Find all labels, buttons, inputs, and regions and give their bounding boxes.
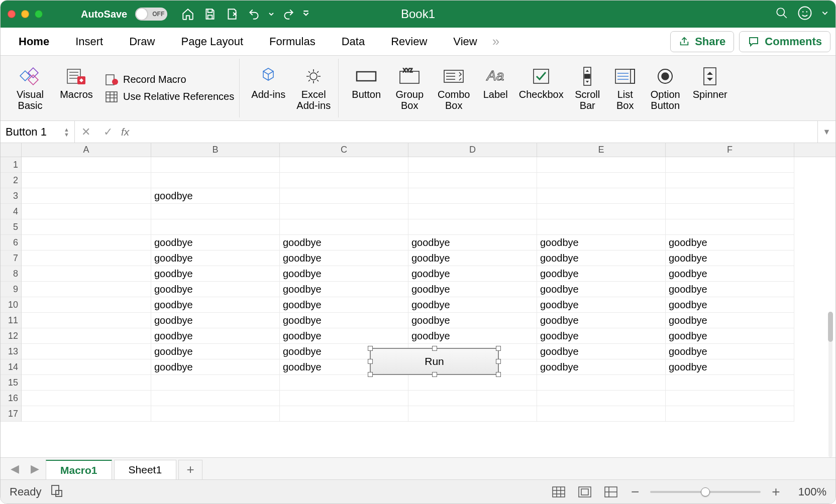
cell-C7[interactable]: goodbye xyxy=(280,250,408,266)
cell-D8[interactable]: goodbye xyxy=(408,266,537,282)
cancel-formula-icon[interactable]: ✕ xyxy=(75,121,97,143)
cell-C12[interactable]: goodbye xyxy=(280,328,408,344)
form-group-box[interactable]: XYZGroup Box xyxy=(390,66,429,111)
cell-B14[interactable]: goodbye xyxy=(151,359,280,375)
cell-A4[interactable] xyxy=(22,204,151,219)
form-checkbox[interactable]: Checkbox xyxy=(516,66,566,111)
cell-F7[interactable]: goodbye xyxy=(666,250,794,266)
cell-F17[interactable] xyxy=(666,406,794,422)
cell-D11[interactable]: goodbye xyxy=(408,313,537,328)
excel-add-ins-button[interactable]: Excel Add-ins xyxy=(293,66,334,111)
row-header-4[interactable]: 4 xyxy=(1,204,22,219)
cell-B8[interactable]: goodbye xyxy=(151,266,280,282)
cell-E14[interactable]: goodbye xyxy=(537,359,666,375)
resize-handle[interactable] xyxy=(368,346,373,351)
cell-E2[interactable] xyxy=(537,173,666,188)
accept-formula-icon[interactable]: ✓ xyxy=(97,121,119,143)
cell-D9[interactable]: goodbye xyxy=(408,282,537,297)
cell-A17[interactable] xyxy=(22,406,151,422)
cell-D3[interactable] xyxy=(408,188,537,204)
close-window-button[interactable] xyxy=(8,10,16,18)
formula-input[interactable] xyxy=(133,121,817,143)
cell-B10[interactable]: goodbye xyxy=(151,297,280,313)
cell-F1[interactable] xyxy=(666,157,794,173)
fx-icon[interactable]: fx xyxy=(121,126,129,138)
cell-E1[interactable] xyxy=(537,157,666,173)
resize-handle[interactable] xyxy=(368,372,373,377)
cell-E3[interactable] xyxy=(537,188,666,204)
cell-E11[interactable]: goodbye xyxy=(537,313,666,328)
cell-F16[interactable] xyxy=(666,391,794,406)
tab-view[interactable]: View xyxy=(444,32,486,51)
cell-C4[interactable] xyxy=(280,204,408,219)
normal-view-icon[interactable] xyxy=(550,483,568,501)
share-button[interactable]: Share xyxy=(670,31,734,52)
cell-A11[interactable] xyxy=(22,313,151,328)
qat-customize-icon[interactable] xyxy=(301,5,311,24)
cell-D1[interactable] xyxy=(408,157,537,173)
cell-A5[interactable] xyxy=(22,219,151,235)
cell-B15[interactable] xyxy=(151,375,280,391)
undo-dropdown-icon[interactable] xyxy=(267,5,276,24)
tab-page-layout[interactable]: Page Layout xyxy=(172,32,253,51)
sheet-nav-next-icon[interactable]: ▶ xyxy=(26,460,44,478)
cell-B7[interactable]: goodbye xyxy=(151,250,280,266)
resize-handle[interactable] xyxy=(368,359,373,364)
row-header-13[interactable]: 13 xyxy=(1,344,22,359)
row-header-17[interactable]: 17 xyxy=(1,406,22,422)
cell-E10[interactable]: goodbye xyxy=(537,297,666,313)
cell-B16[interactable] xyxy=(151,391,280,406)
cell-A7[interactable] xyxy=(22,250,151,266)
cell-A14[interactable] xyxy=(22,359,151,375)
add-sheet-button[interactable]: + xyxy=(178,460,202,480)
cell-D12[interactable]: goodbye xyxy=(408,328,537,344)
row-header-12[interactable]: 12 xyxy=(1,328,22,344)
tab-insert[interactable]: Insert xyxy=(66,32,112,51)
cell-C16[interactable] xyxy=(280,391,408,406)
cell-E17[interactable] xyxy=(537,406,666,422)
sheet-tab-sheet1[interactable]: Sheet1 xyxy=(114,460,177,480)
form-list-box[interactable]: List Box xyxy=(609,66,641,111)
macro-run-button[interactable]: Run xyxy=(370,348,499,375)
form-label[interactable]: AaLabel xyxy=(478,66,512,111)
cell-D5[interactable] xyxy=(408,219,537,235)
cell-B3[interactable]: goodbye xyxy=(151,188,280,204)
cell-F11[interactable]: goodbye xyxy=(666,313,794,328)
macros-button[interactable]: Macros xyxy=(57,66,96,111)
col-header-e[interactable]: E xyxy=(537,143,666,157)
namebox-stepper-icon[interactable]: ▲▼ xyxy=(64,127,69,137)
cell-B12[interactable]: goodbye xyxy=(151,328,280,344)
cell-B2[interactable] xyxy=(151,173,280,188)
cell-F13[interactable]: goodbye xyxy=(666,344,794,359)
zoom-in-button[interactable]: + xyxy=(769,484,783,500)
resize-handle[interactable] xyxy=(432,346,437,351)
cell-D7[interactable]: goodbye xyxy=(408,250,537,266)
zoom-level[interactable]: 100% xyxy=(798,485,826,498)
save-as-icon[interactable] xyxy=(223,5,242,24)
col-header-b[interactable]: B xyxy=(151,143,280,157)
row-header-8[interactable]: 8 xyxy=(1,266,22,282)
cell-B5[interactable] xyxy=(151,219,280,235)
comments-button[interactable]: Comments xyxy=(739,31,830,52)
col-header-a[interactable]: A xyxy=(22,143,151,157)
cell-D2[interactable] xyxy=(408,173,537,188)
row-header-9[interactable]: 9 xyxy=(1,282,22,297)
tab-overflow-icon[interactable]: » xyxy=(492,34,499,49)
cell-C15[interactable] xyxy=(280,375,408,391)
cell-A9[interactable] xyxy=(22,282,151,297)
cell-C11[interactable]: goodbye xyxy=(280,313,408,328)
row-header-2[interactable]: 2 xyxy=(1,173,22,188)
cell-E16[interactable] xyxy=(537,391,666,406)
cell-A13[interactable] xyxy=(22,344,151,359)
cell-C5[interactable] xyxy=(280,219,408,235)
zoom-out-button[interactable]: − xyxy=(628,484,642,500)
cell-E9[interactable]: goodbye xyxy=(537,282,666,297)
cell-D6[interactable]: goodbye xyxy=(408,235,537,250)
cell-F12[interactable]: goodbye xyxy=(666,328,794,344)
cell-F2[interactable] xyxy=(666,173,794,188)
undo-icon[interactable] xyxy=(245,5,264,24)
visual-basic-button[interactable]: Visual Basic xyxy=(8,66,53,111)
row-header-1[interactable]: 1 xyxy=(1,157,22,173)
cell-E8[interactable]: goodbye xyxy=(537,266,666,282)
resize-handle[interactable] xyxy=(432,372,437,377)
